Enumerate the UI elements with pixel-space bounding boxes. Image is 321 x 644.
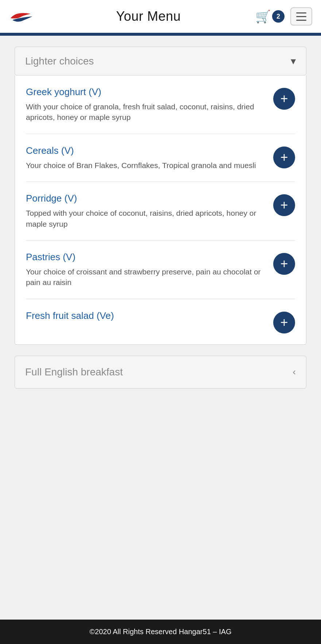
add-porridge-button[interactable]: + <box>273 194 295 216</box>
main-content: Lighter choices ▾ Greek yoghurt (V) With… <box>0 36 321 620</box>
section-title: Lighter choices <box>25 55 94 67</box>
plus-icon: + <box>280 151 288 164</box>
next-section-title: Full English breakfast <box>25 366 123 378</box>
add-fruit-salad-button[interactable]: + <box>273 312 295 333</box>
list-item: Pastries (V) Your choice of croissant an… <box>26 241 295 299</box>
item-name: Fresh fruit salad (Ve) <box>26 310 266 321</box>
add-cereals-button[interactable]: + <box>273 147 295 168</box>
logo-area <box>9 7 42 26</box>
plus-icon: + <box>280 257 288 270</box>
page-title: Your Menu <box>116 9 181 24</box>
list-item: Porridge (V) Topped with your choice of … <box>26 182 295 241</box>
item-name: Pastries (V) <box>26 251 266 263</box>
ba-logo <box>9 7 42 26</box>
item-text-porridge: Porridge (V) Topped with your choice of … <box>26 193 273 229</box>
item-text-fruit-salad: Fresh fruit salad (Ve) <box>26 310 273 325</box>
lighter-choices-section-header[interactable]: Lighter choices ▾ <box>15 47 306 75</box>
item-description: With your choice of granola, fresh fruit… <box>26 101 266 123</box>
item-description: Your choice of Bran Flakes, Cornflakes, … <box>26 160 266 171</box>
item-text-cereals: Cereals (V) Your choice of Bran Flakes, … <box>26 145 273 171</box>
cart-area[interactable]: 🛒 2 <box>255 9 285 24</box>
item-description: Your choice of croissant and strawberry … <box>26 266 266 288</box>
full-english-section-header[interactable]: Full English breakfast ‹ <box>15 356 306 389</box>
header-actions: 🛒 2 <box>255 7 312 26</box>
list-item: Cereals (V) Your choice of Bran Flakes, … <box>26 134 295 182</box>
hamburger-line-2 <box>296 16 306 17</box>
cart-badge: 2 <box>272 10 285 23</box>
app-header: Your Menu 🛒 2 <box>0 0 321 33</box>
item-name: Cereals (V) <box>26 145 266 156</box>
blue-accent-bar <box>0 33 321 36</box>
list-item: Greek yoghurt (V) With your choice of gr… <box>26 75 295 134</box>
item-name: Greek yoghurt (V) <box>26 86 266 98</box>
list-item: Fresh fruit salad (Ve) + <box>26 299 295 344</box>
item-name: Porridge (V) <box>26 193 266 204</box>
app-footer: ©2020 All Rights Reserved Hangar51 – IAG <box>0 620 321 644</box>
cart-icon: 🛒 <box>255 9 271 24</box>
plus-icon: + <box>280 199 288 212</box>
item-description: Topped with your choice of coconut, rais… <box>26 208 266 229</box>
plus-icon: + <box>280 92 288 105</box>
hamburger-line-3 <box>296 20 306 21</box>
item-text-greek-yoghurt: Greek yoghurt (V) With your choice of gr… <box>26 86 273 123</box>
hamburger-line-1 <box>296 12 306 13</box>
add-greek-yoghurt-button[interactable]: + <box>273 88 295 110</box>
add-pastries-button[interactable]: + <box>273 253 295 275</box>
footer-text: ©2020 All Rights Reserved Hangar51 – IAG <box>89 628 231 636</box>
hamburger-menu-button[interactable] <box>290 7 312 26</box>
chevron-down-icon: ▾ <box>291 55 296 67</box>
chevron-left-icon: ‹ <box>293 366 296 378</box>
plus-icon: + <box>280 316 288 329</box>
menu-items-container: Greek yoghurt (V) With your choice of gr… <box>15 75 306 345</box>
item-text-pastries: Pastries (V) Your choice of croissant an… <box>26 251 273 288</box>
